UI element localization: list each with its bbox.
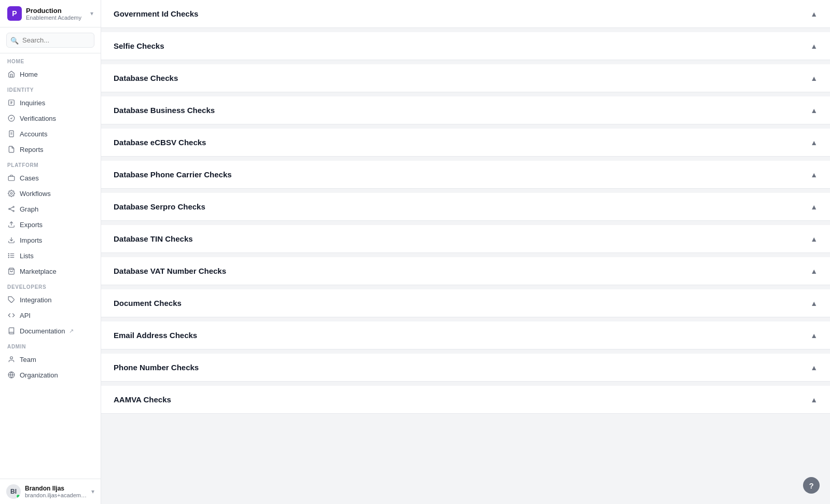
svg-point-12 [13,211,14,212]
accordion-title: Database VAT Number Checks [114,267,226,275]
svg-point-21 [8,255,9,256]
book-icon [7,327,16,335]
section-admin-label: ADMIN [0,339,101,352]
sidebar-header[interactable]: P Production Enablement Academy ▾ [0,0,101,27]
chevron-up-icon: ▲ [810,267,818,275]
file-icon [7,145,16,153]
accordion-title: Database TIN Checks [114,234,193,243]
accordion-title: AAMVA Checks [114,395,171,404]
accordion-item-phone-number[interactable]: Phone Number Checks ▲ [101,354,830,382]
accordion-title: Phone Number Checks [114,363,199,372]
help-button[interactable]: ? [803,477,820,494]
brand-title: Production [26,7,86,15]
sidebar-item-label: Documentation [20,327,65,335]
house-icon [7,70,16,78]
person-icon [7,355,16,363]
svg-point-11 [13,206,14,207]
accordion-item-database[interactable]: Database Checks ▲ [101,64,830,92]
sidebar-item-cases[interactable]: Cases [0,170,101,186]
sidebar-item-accounts[interactable]: Accounts [0,126,101,142]
sidebar-item-workflows[interactable]: Workflows [0,186,101,201]
accordion-item-database-serpro[interactable]: Database Serpro Checks ▲ [101,193,830,221]
sidebar-item-label: Team [20,356,36,363]
sidebar-item-label: Organization [20,371,58,379]
sidebar-item-integration[interactable]: Integration [0,292,101,307]
svg-point-9 [10,192,12,194]
accordion-title: Government Id Checks [114,9,198,18]
sidebar-item-imports[interactable]: Imports [0,232,101,248]
accordion-title: Database Phone Carrier Checks [114,170,232,179]
sidebar-item-label: Imports [20,236,42,244]
graph-icon [7,205,16,213]
accordion-item-database-ecbsv[interactable]: Database eCBSV Checks ▲ [101,129,830,157]
sidebar-item-marketplace[interactable]: Marketplace [0,263,101,279]
sidebar-item-label: Cases [20,174,39,182]
sidebar-item-team[interactable]: Team [0,352,101,367]
sidebar-item-inquiries[interactable]: Inquiries [0,95,101,110]
section-identity-label: IDENTITY [0,82,101,95]
brand-subtitle: Enablement Academy [26,15,86,21]
chevron-up-icon: ▲ [810,203,818,211]
sidebar-item-label: Inquiries [20,99,45,107]
svg-point-10 [9,208,10,209]
accordion-item-database-phone[interactable]: Database Phone Carrier Checks ▲ [101,161,830,189]
sidebar-item-verifications[interactable]: Verifications [0,110,101,126]
sidebar-item-label: Lists [20,252,34,260]
sidebar-item-label: Graph [20,205,38,213]
sidebar-item-label: Integration [20,296,51,304]
accordion-list: Government Id Checks ▲ Selfie Checks ▲ D… [101,0,830,414]
settings-icon [7,189,16,198]
sidebar-item-home[interactable]: Home [0,66,101,82]
check-circle-icon [7,114,16,122]
sidebar-item-lists[interactable]: Lists [0,248,101,263]
chevron-up-icon: ▲ [810,235,818,243]
sidebar-item-documentation[interactable]: Documentation ↗ [0,323,101,339]
svg-point-25 [10,357,13,359]
search-input[interactable] [6,33,94,48]
chevron-up-icon: ▲ [810,106,818,115]
sidebar-item-exports[interactable]: Exports [0,217,101,232]
svg-point-20 [8,254,9,254]
footer-chevron-icon: ▾ [91,488,94,495]
accordion-item-database-tin[interactable]: Database TIN Checks ▲ [101,225,830,253]
avatar: BI [6,484,21,499]
accordion-item-gov-id[interactable]: Government Id Checks ▲ [101,0,830,28]
sidebar-item-label: Verifications [20,115,56,122]
store-icon [7,267,16,275]
accordion-item-database-vat[interactable]: Database VAT Number Checks ▲ [101,257,830,285]
sidebar-item-reports[interactable]: Reports [0,142,101,157]
search-icon: 🔍 [10,36,19,44]
sidebar-item-label: Workflows [20,190,51,198]
svg-rect-8 [8,176,15,180]
chevron-up-icon: ▲ [810,396,818,404]
accordion-item-aamva[interactable]: AAMVA Checks ▲ [101,386,830,414]
sidebar-item-organization[interactable]: Organization [0,367,101,383]
sidebar-footer[interactable]: BI Brandon Iljas brandon.iljas+academy@.… [0,479,101,504]
chevron-up-icon: ▲ [810,363,818,372]
chevron-up-icon: ▲ [810,74,818,82]
chevron-up-icon: ▲ [810,331,818,340]
sidebar-item-label: Reports [20,146,44,153]
sidebar-item-api[interactable]: API [0,307,101,323]
accordion-item-database-business[interactable]: Database Business Checks ▲ [101,96,830,124]
accordion-item-email[interactable]: Email Address Checks ▲ [101,321,830,349]
accordion-title: Selfie Checks [114,41,164,50]
main-content: Government Id Checks ▲ Selfie Checks ▲ D… [101,0,830,504]
import-icon [7,236,16,244]
footer-user-name: Brandon Iljas [25,485,87,492]
globe-icon [7,371,16,379]
sidebar-item-label: Exports [20,221,43,229]
accordion-title: Email Address Checks [114,331,197,340]
accordion-item-document[interactable]: Document Checks ▲ [101,289,830,317]
accordion-title: Database eCBSV Checks [114,138,206,147]
puzzle-icon [7,296,16,304]
accordion-item-selfie[interactable]: Selfie Checks ▲ [101,32,830,60]
accordion-title: Database Serpro Checks [114,202,205,211]
sidebar-item-label: Accounts [20,130,47,138]
sidebar-item-graph[interactable]: Graph [0,201,101,217]
list-icon [7,99,16,107]
briefcase-icon [7,174,16,182]
external-link-icon: ↗ [69,328,74,334]
online-status-indicator [16,494,20,498]
chevron-up-icon: ▲ [810,299,818,307]
